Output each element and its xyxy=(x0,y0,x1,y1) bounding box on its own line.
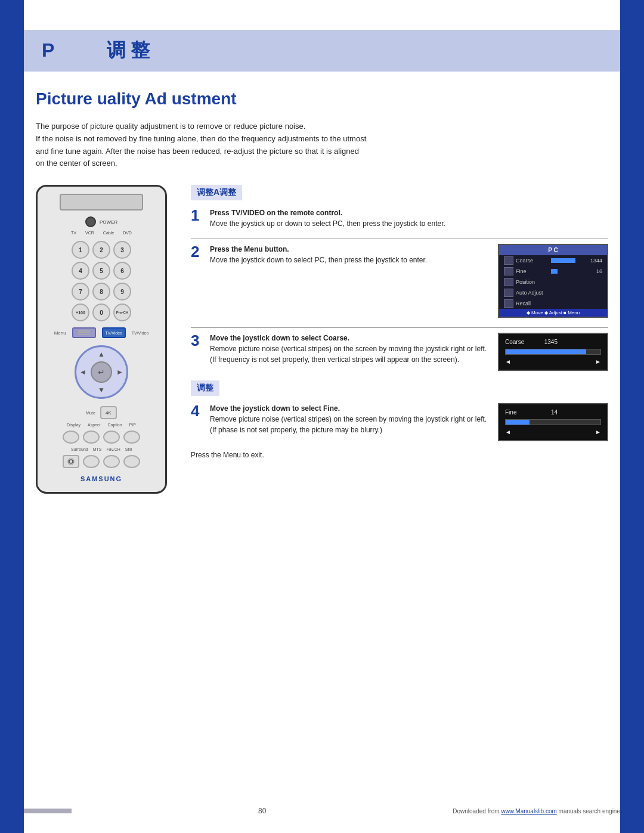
lbl-aspect: Aspect xyxy=(88,423,100,427)
border-left xyxy=(0,0,24,833)
remote-power-row: POWER xyxy=(85,216,117,227)
power-button[interactable] xyxy=(85,216,96,227)
pc-menu-title: P C xyxy=(499,245,607,255)
step-4-num: 4 xyxy=(191,403,204,419)
num-100[interactable]: +100 xyxy=(72,304,89,321)
remote-screen xyxy=(60,194,143,210)
remote-col: POWER TV VCR Cable DVD 1 2 3 4 5 6 xyxy=(36,185,179,494)
step-2-line-1: Press the Menu button. xyxy=(210,245,289,253)
svg-point-3 xyxy=(69,460,73,463)
num-4[interactable]: 4 xyxy=(72,262,89,280)
tv-video-label: TV/Video xyxy=(132,331,149,335)
menu-button[interactable] xyxy=(72,327,96,338)
pc-menu-screen: P C Coarse 1344 Fine xyxy=(498,244,608,318)
lbl-mts: MTS xyxy=(93,447,102,451)
bottom-btns-row2 xyxy=(63,455,140,468)
pc-menu-row-autoadjust: Auto Adjust xyxy=(499,287,607,298)
mute-label: Mute xyxy=(86,411,95,415)
btn-still[interactable] xyxy=(123,455,140,468)
fine-arrow-right: ► xyxy=(595,429,601,435)
coarse-screen: Coarse 1345 ◄ ► xyxy=(498,333,608,371)
header-bar: P 调整 xyxy=(24,30,620,72)
step-3-line-1: Move the joystick down to select Coarse. xyxy=(210,334,349,342)
coarse-arrows: ◄ ► xyxy=(505,358,601,365)
pc-menu-row-coarse: Coarse 1344 xyxy=(499,255,607,266)
btn-display[interactable] xyxy=(63,431,79,444)
footer-page-num: 80 xyxy=(258,807,266,815)
header-title: P 调整 xyxy=(42,38,154,64)
btn-pip[interactable] xyxy=(123,431,140,444)
footer-download: Downloaded from www.Manualslib.com manua… xyxy=(453,808,620,815)
fine-bar-container xyxy=(505,419,601,425)
btn-surround[interactable] xyxy=(63,455,79,468)
footer-download-link[interactable]: www.Manualslib.com xyxy=(501,808,556,815)
fine-arrow-left: ◄ xyxy=(505,429,511,435)
power-label: POWER xyxy=(100,219,117,225)
bottom-btns-row1 xyxy=(63,431,140,444)
fine-bar-fill xyxy=(506,420,530,425)
fine-val: 14 xyxy=(540,409,558,416)
steps-col: 调整A调整 1 Press TV/VIDEO on the remote con… xyxy=(191,185,608,494)
lbl-favch: Fav.CH xyxy=(107,447,120,451)
pc-fine-label: Fine xyxy=(516,268,549,274)
coarse-val: 1345 xyxy=(540,339,558,345)
joystick-enter-icon: ↵ xyxy=(98,367,105,377)
main-content: Picture uality Ad ustment The purpose of… xyxy=(36,89,608,494)
divider-2 xyxy=(191,327,608,328)
desc-line-1: The purpose of picture quality adjustmen… xyxy=(36,122,305,131)
coarse-arrow-right: ► xyxy=(595,358,601,365)
num-0[interactable]: 0 xyxy=(92,304,110,321)
fine-label: Fine xyxy=(505,409,535,416)
mute-row: Mute 4K xyxy=(86,406,117,419)
num-8[interactable]: 8 xyxy=(92,283,110,301)
num-prech[interactable]: Pre-CH xyxy=(113,304,131,321)
bottom-labels-row1: Display Aspect Caption PIP xyxy=(67,423,136,427)
step-1-line-2: Move the joystick up or down to select P… xyxy=(210,219,445,228)
pc-menu-row-fine: Fine 16 xyxy=(499,266,607,277)
pc-menu-row-recall: Recall xyxy=(499,298,607,309)
label-vcr: VCR xyxy=(85,231,94,235)
pc-recall-label: Recall xyxy=(516,301,531,306)
footer-download-suffix: manuals search engine xyxy=(559,808,620,815)
pc-menu-icon-pos xyxy=(504,278,513,286)
label-dvd: DVD xyxy=(123,231,132,235)
fine-arrows: ◄ ► xyxy=(505,429,601,435)
joystick[interactable]: ▲ ▼ ◄ ► ↵ xyxy=(75,345,128,399)
step-3-line-3: (If frequency is not set properly, then … xyxy=(210,355,459,364)
lbl-caption: Caption xyxy=(107,423,122,427)
num-7[interactable]: 7 xyxy=(72,283,89,301)
joystick-center[interactable]: ↵ xyxy=(91,361,112,383)
lbl-pip: PIP xyxy=(129,423,136,427)
remote-control: POWER TV VCR Cable DVD 1 2 3 4 5 6 xyxy=(36,185,167,494)
num-3[interactable]: 3 xyxy=(113,241,131,259)
samsung-logo: SAMSUNG xyxy=(80,475,122,482)
pc-menu-bottom: ◆ Move ◆ Adjust ■ Menu xyxy=(499,309,607,317)
pc-coarse-val: 1344 xyxy=(586,258,602,264)
footer: 80 Downloaded from www.Manualslib.com ma… xyxy=(24,807,620,815)
mute-button[interactable]: 4K xyxy=(100,406,117,419)
btn-mts[interactable] xyxy=(83,455,100,468)
pc-fine-val: 16 xyxy=(586,268,602,274)
btn-aspect[interactable] xyxy=(83,431,100,444)
coarse-row: Coarse 1345 xyxy=(505,339,601,345)
pc-menu-row-position: Position xyxy=(499,277,607,287)
num-9[interactable]: 9 xyxy=(113,283,131,301)
step-4-line-2: Remove picture noise (vertical stripes) … xyxy=(210,415,487,423)
btn-favch[interactable] xyxy=(103,455,120,468)
pc-fine-bar xyxy=(551,269,558,274)
num-1[interactable]: 1 xyxy=(72,241,89,259)
pc-menu-icon-fine xyxy=(504,267,513,275)
section1-header: 调整A调整 xyxy=(191,185,242,200)
remote-label-row: TV VCR Cable DVD xyxy=(71,231,132,235)
pc-menu-icon-auto xyxy=(504,289,513,297)
menu-tvvideo-row: Menu TV/Video TV/Video xyxy=(54,327,149,338)
two-col-layout: POWER TV VCR Cable DVD 1 2 3 4 5 6 xyxy=(36,185,608,494)
tv-video-button[interactable]: TV/Video xyxy=(102,327,126,338)
btn-caption[interactable] xyxy=(103,431,120,444)
pc-coarse-bar xyxy=(551,258,575,263)
num-2[interactable]: 2 xyxy=(92,241,110,259)
pc-coarse-label: Coarse xyxy=(516,258,549,264)
press-menu-text: Press the Menu to exit. xyxy=(191,451,608,459)
num-5[interactable]: 5 xyxy=(92,262,110,280)
num-6[interactable]: 6 xyxy=(113,262,131,280)
